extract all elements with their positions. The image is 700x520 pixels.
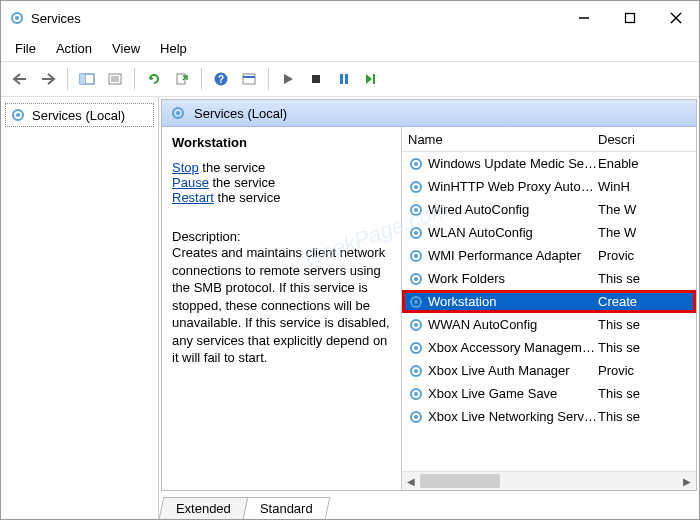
menu-action[interactable]: Action	[48, 39, 100, 58]
restart-link[interactable]: Restart	[172, 190, 214, 205]
service-desc: Create	[598, 294, 696, 309]
right-pane: Services (Local) Workstation Stop the se…	[159, 97, 699, 519]
tree-pane: Services (Local)	[1, 97, 159, 519]
service-row[interactable]: Wired AutoConfigThe W	[402, 198, 696, 221]
svg-point-23	[16, 113, 20, 117]
back-button[interactable]	[7, 66, 33, 92]
svg-point-1	[15, 16, 19, 20]
tree-node-label: Services (Local)	[32, 108, 125, 123]
service-desc: The W	[598, 225, 696, 240]
svg-point-25	[176, 111, 180, 115]
service-row[interactable]: WLAN AutoConfigThe W	[402, 221, 696, 244]
forward-button[interactable]	[35, 66, 61, 92]
maximize-button[interactable]	[607, 1, 653, 35]
service-name: Workstation	[428, 294, 496, 309]
service-row[interactable]: Xbox Live Auth ManagerProvic	[402, 359, 696, 382]
stop-link[interactable]: Stop	[172, 160, 199, 175]
tab-extended[interactable]: Extended	[159, 497, 249, 519]
service-name: WinHTTP Web Proxy Auto-D...	[428, 179, 598, 194]
service-row[interactable]: WinHTTP Web Proxy Auto-D...WinH	[402, 175, 696, 198]
service-row[interactable]: WWAN AutoConfigThis se	[402, 313, 696, 336]
svg-point-37	[414, 277, 418, 281]
columns-button[interactable]	[236, 66, 262, 92]
tree-node-services-local[interactable]: Services (Local)	[5, 103, 154, 127]
svg-point-39	[414, 300, 418, 304]
selected-service-name: Workstation	[172, 135, 391, 150]
service-row[interactable]: Xbox Live Networking ServiceThis se	[402, 405, 696, 428]
action-pause-line: Pause the service	[172, 175, 391, 190]
view-tabs: Extended Standard	[159, 493, 699, 519]
gear-icon	[408, 202, 424, 218]
service-name: Wired AutoConfig	[428, 202, 529, 217]
service-name: WLAN AutoConfig	[428, 225, 533, 240]
svg-point-35	[414, 254, 418, 258]
stop-service-button[interactable]	[303, 66, 329, 92]
svg-rect-18	[312, 75, 320, 83]
gear-icon	[408, 363, 424, 379]
services-window: Services File Action View Help ?	[0, 0, 700, 520]
svg-point-45	[414, 369, 418, 373]
list-header: Name Descri	[402, 127, 696, 152]
pause-service-button[interactable]	[331, 66, 357, 92]
svg-point-33	[414, 231, 418, 235]
service-row[interactable]: WorkstationCreate	[402, 290, 696, 313]
scroll-right-button[interactable]: ▶	[678, 472, 696, 490]
menu-file[interactable]: File	[7, 39, 44, 58]
properties-button[interactable]	[102, 66, 128, 92]
close-button[interactable]	[653, 1, 699, 35]
horizontal-scrollbar[interactable]: ◀ ▶	[402, 471, 696, 490]
gear-icon	[408, 225, 424, 241]
help-button[interactable]: ?	[208, 66, 234, 92]
service-desc: This se	[598, 317, 696, 332]
restart-service-button[interactable]	[359, 66, 385, 92]
menu-help[interactable]: Help	[152, 39, 195, 58]
refresh-button[interactable]	[141, 66, 167, 92]
svg-point-27	[414, 162, 418, 166]
content-area: Services (Local) Services (Local) Workst…	[1, 97, 699, 519]
gear-icon	[408, 340, 424, 356]
start-service-button[interactable]	[275, 66, 301, 92]
column-name[interactable]: Name	[408, 132, 598, 147]
column-description[interactable]: Descri	[598, 132, 696, 147]
svg-point-43	[414, 346, 418, 350]
show-hide-tree-button[interactable]	[74, 66, 100, 92]
gear-icon	[408, 386, 424, 402]
toolbar: ?	[1, 61, 699, 97]
list-rows: Windows Update Medic Ser...EnableWinHTTP…	[402, 152, 696, 471]
service-row[interactable]: Work FoldersThis se	[402, 267, 696, 290]
service-desc: Provic	[598, 363, 696, 378]
service-name: WWAN AutoConfig	[428, 317, 537, 332]
scroll-left-button[interactable]: ◀	[402, 472, 420, 490]
panel-header: Services (Local)	[162, 100, 696, 127]
scroll-track[interactable]	[420, 473, 678, 489]
service-name: Xbox Live Networking Service	[428, 409, 598, 424]
svg-point-47	[414, 392, 418, 396]
svg-rect-20	[345, 74, 348, 84]
service-name: Work Folders	[428, 271, 505, 286]
service-desc: Enable	[598, 156, 696, 171]
svg-point-29	[414, 185, 418, 189]
scroll-thumb[interactable]	[420, 474, 500, 488]
pause-link[interactable]: Pause	[172, 175, 209, 190]
gear-icon	[408, 294, 424, 310]
export-button[interactable]	[169, 66, 195, 92]
service-row[interactable]: Windows Update Medic Ser...Enable	[402, 152, 696, 175]
menu-view[interactable]: View	[104, 39, 148, 58]
gear-icon	[408, 248, 424, 264]
tab-standard[interactable]: Standard	[243, 497, 330, 519]
svg-rect-3	[626, 14, 635, 23]
service-row[interactable]: Xbox Live Game SaveThis se	[402, 382, 696, 405]
service-row[interactable]: Xbox Accessory Managemen...This se	[402, 336, 696, 359]
minimize-button[interactable]	[561, 1, 607, 35]
action-restart-line: Restart the service	[172, 190, 391, 205]
service-row[interactable]: WMI Performance AdapterProvic	[402, 244, 696, 267]
service-list: Name Descri Windows Update Medic Ser...E…	[402, 127, 696, 490]
description-label: Description:	[172, 229, 391, 244]
gear-icon	[408, 271, 424, 287]
service-name: Xbox Accessory Managemen...	[428, 340, 598, 355]
description-text: Creates and maintains client network con…	[172, 244, 391, 367]
app-icon	[9, 10, 25, 26]
service-desc: Provic	[598, 248, 696, 263]
action-stop-line: Stop the service	[172, 160, 391, 175]
gear-icon	[408, 317, 424, 333]
